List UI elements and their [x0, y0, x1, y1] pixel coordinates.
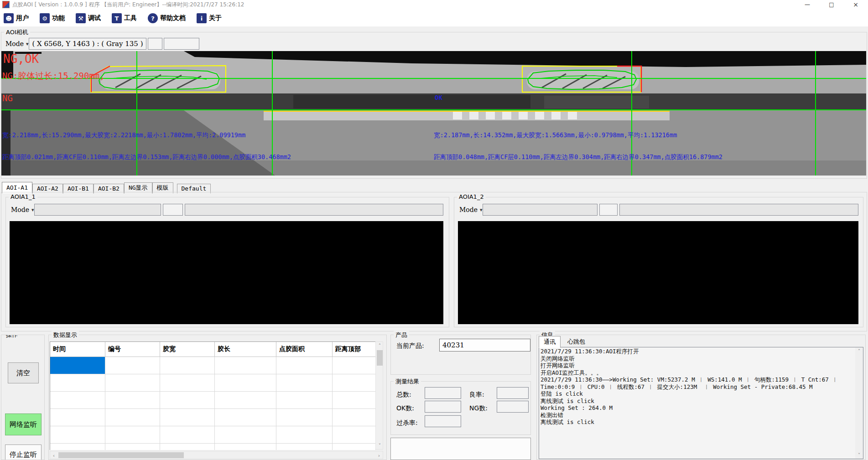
table-cell[interactable] — [105, 357, 160, 374]
right-measure-line1: 宽:2.187mm,长:14.352mm,最大胶宽:1.5663mm,最小:0.… — [434, 131, 677, 140]
table-cell[interactable] — [276, 444, 333, 450]
network-listen-button[interactable]: 网络监听 — [5, 413, 42, 435]
toolbar-button-function[interactable]: ⚙功能 — [38, 12, 67, 24]
current-product-input[interactable]: 40231 — [439, 339, 530, 351]
aoia1-2-field-1[interactable] — [483, 204, 598, 216]
table-cell[interactable] — [50, 409, 105, 426]
table-cell[interactable] — [333, 392, 376, 409]
table-cell[interactable] — [215, 444, 276, 450]
scrollbar-thumb[interactable] — [377, 350, 383, 366]
aoia1-1-image-view[interactable] — [10, 221, 443, 324]
close-button[interactable]: × — [844, 0, 867, 9]
camera-mode-dropdown[interactable]: Mode ▾ — [3, 38, 31, 50]
table-cell[interactable] — [160, 409, 215, 426]
table-horizontal-scrollbar[interactable]: ‹ › — [50, 451, 383, 459]
scroll-up-icon[interactable]: ˄ — [376, 342, 384, 349]
camera-image-view[interactable]: NG,OK NG:胶体过长:15.290mm, NG OK 宽:2.218mm,… — [1, 51, 866, 176]
ng-count-label: NG数: — [469, 404, 488, 413]
clear-button[interactable]: 清空 — [8, 362, 39, 383]
right-measure-line2: 距离顶部0.048mm,距离CF层0.110mm,距离左边界0.304mm,距离… — [434, 153, 722, 161]
table-cell[interactable] — [105, 409, 160, 426]
camera-aux-field-2[interactable] — [164, 38, 199, 50]
aoia1-1-field-2[interactable] — [163, 204, 183, 216]
mode-label: Mode — [459, 206, 478, 213]
table-cell[interactable] — [333, 426, 376, 444]
table-cell[interactable] — [333, 409, 376, 426]
col-header-id[interactable]: 编号 — [105, 342, 160, 357]
aoia1-2-image-view[interactable] — [458, 221, 858, 324]
minimize-button[interactable]: — — [796, 0, 819, 9]
product-group-label: 产品 — [394, 331, 409, 339]
col-header-dist-top[interactable]: 距离顶部 — [333, 342, 376, 357]
scroll-down-icon[interactable]: ˅ — [376, 442, 384, 449]
app-icon — [2, 1, 10, 8]
table-cell[interactable] — [160, 374, 215, 392]
scroll-left-icon[interactable]: ‹ — [50, 451, 57, 460]
product-groupbox: 产品 当前产品: 40231 — [390, 335, 531, 375]
table-cell[interactable] — [215, 374, 276, 392]
title-bar: 点胶AOI [ Version : 1.0.0.9 ] 程序 【当前用户: En… — [0, 0, 868, 9]
selected-cell[interactable] — [50, 357, 105, 374]
table-cell[interactable] — [215, 357, 276, 374]
table-cell[interactable] — [105, 426, 160, 444]
table-cell[interactable] — [105, 392, 160, 409]
result-ng-ok-text: NG,OK — [3, 52, 39, 66]
table-cell[interactable] — [333, 444, 376, 450]
table-cell[interactable] — [215, 392, 276, 409]
table-cell[interactable] — [276, 357, 333, 374]
aoia1-2-field-3[interactable] — [619, 204, 858, 216]
table-cell[interactable] — [333, 357, 376, 374]
scroll-down-icon[interactable]: ˅ — [855, 451, 863, 459]
table-cell[interactable] — [160, 357, 215, 374]
log-box[interactable]: 2021/7/29 11:36:30:AOI程序打开 关闭网络监听 打开网络监听… — [539, 347, 863, 459]
aoia1-2-field-2[interactable] — [599, 204, 618, 216]
col-header-time[interactable]: 时间 — [50, 342, 105, 357]
toolbar-button-help[interactable]: ?帮助文档 — [146, 12, 187, 24]
toolbar-button-debug[interactable]: ⚒调试 — [74, 12, 103, 24]
tab-comm[interactable]: 通讯 — [539, 336, 561, 348]
table-cell[interactable] — [105, 444, 160, 450]
table-cell[interactable] — [160, 444, 215, 450]
table-cell[interactable] — [50, 374, 105, 392]
results-group-label: 测量结果 — [394, 377, 421, 386]
scroll-right-icon[interactable]: › — [375, 451, 383, 460]
gear-icon: ⚙ — [40, 13, 50, 23]
stop-listen-button[interactable]: 停止监听 — [5, 444, 42, 460]
aoia1-1-mode-dropdown[interactable]: Mode ▾ — [9, 204, 36, 216]
scroll-up-icon[interactable]: ˄ — [855, 347, 863, 355]
table-cell[interactable] — [160, 426, 215, 444]
table-cell[interactable] — [105, 374, 160, 392]
table-cell[interactable] — [160, 392, 215, 409]
log-scrollbar[interactable]: ˄ ˅ — [855, 347, 863, 459]
camera-aux-field-1[interactable] — [148, 38, 162, 50]
col-header-glue-length[interactable]: 胶长 — [215, 342, 276, 357]
table-cell[interactable] — [215, 426, 276, 444]
col-header-glue-width[interactable]: 胶宽 — [160, 342, 215, 357]
aoia1-2-mode-dropdown[interactable]: Mode ▾ — [457, 204, 485, 216]
yield-value-field — [497, 387, 529, 399]
toolbar-button-tools[interactable]: T工具 — [110, 12, 139, 24]
table-cell[interactable] — [276, 392, 333, 409]
toolbar-button-about[interactable]: i关于 — [195, 12, 223, 24]
table-cell[interactable] — [50, 426, 105, 444]
tab-heartbeat[interactable]: 心跳包 — [563, 336, 590, 347]
maximize-button[interactable]: □ — [820, 0, 843, 9]
table-cell[interactable] — [50, 392, 105, 409]
toolbar-button-user[interactable]: ☻用户 — [2, 12, 31, 24]
toolbar-label: 功能 — [52, 14, 65, 22]
aoia1-1-field-1[interactable] — [34, 204, 161, 216]
current-product-label: 当前产品: — [396, 342, 424, 350]
col-header-glue-area[interactable]: 点胶面积 — [276, 342, 333, 357]
table-cell[interactable] — [333, 374, 376, 392]
scrollbar-thumb[interactable] — [58, 452, 184, 458]
table-cell[interactable] — [215, 409, 276, 426]
info-icon: i — [197, 13, 207, 23]
table-cell[interactable] — [50, 444, 105, 450]
toolbar-label: 调试 — [88, 14, 101, 22]
table-vertical-scrollbar[interactable]: ˄ ˅ — [375, 341, 383, 450]
table-cell[interactable] — [276, 426, 333, 444]
operation-group-label: 操作 — [4, 335, 20, 339]
table-cell[interactable] — [276, 409, 333, 426]
aoia1-1-field-3[interactable] — [185, 204, 443, 216]
table-cell[interactable] — [276, 374, 333, 392]
